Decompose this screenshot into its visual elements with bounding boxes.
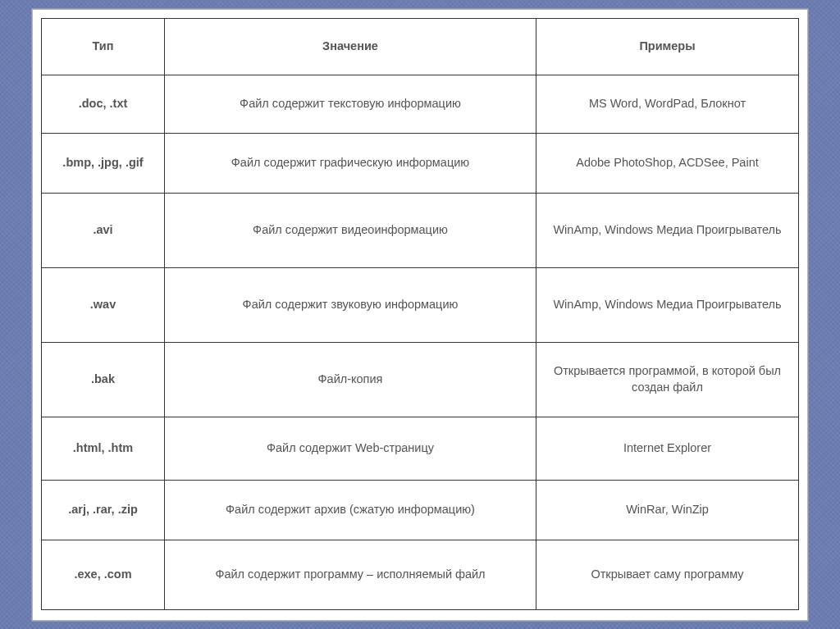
header-type: Тип — [42, 18, 165, 75]
cell-meaning: Файл-копия — [165, 342, 536, 417]
table-header-row: Тип Значение Примеры — [42, 18, 799, 75]
cell-type: .avi — [42, 193, 165, 267]
cell-type: .wav — [42, 267, 165, 342]
cell-meaning: Файл содержит архив (сжатую информацию) — [165, 480, 536, 540]
cell-meaning: Файл содержит текстовую информацию — [165, 75, 536, 133]
cell-meaning: Файл содержит Web-страницу — [165, 417, 536, 480]
table-row: .wav Файл содержит звуковую информацию W… — [42, 267, 799, 342]
cell-type: .arj, .rar, .zip — [42, 480, 165, 540]
table-row: .bmp, .jpg, .gif Файл содержит графическ… — [42, 133, 799, 193]
cell-examples: Открывает саму программу — [536, 540, 799, 609]
cell-type: .doc, .txt — [42, 75, 165, 133]
cell-examples: WinAmp, Windows Медиа Проигрыватель — [536, 267, 799, 342]
cell-examples: Adobe PhotoShop, ACDSee, Paint — [536, 133, 799, 193]
cell-meaning: Файл содержит программу – исполняемый фа… — [165, 540, 536, 609]
cell-meaning: Файл содержит видеоинформацию — [165, 193, 536, 267]
cell-examples: WinAmp, Windows Медиа Проигрыватель — [536, 193, 799, 267]
cell-meaning: Файл содержит звуковую информацию — [165, 267, 536, 342]
table-row: .avi Файл содержит видеоинформацию WinAm… — [42, 193, 799, 267]
cell-examples: MS Word, WordPad, Блокнот — [536, 75, 799, 133]
header-examples: Примеры — [536, 18, 799, 75]
document-card: Тип Значение Примеры .doc, .txt Файл сод… — [33, 10, 807, 620]
header-meaning: Значение — [165, 18, 536, 75]
table-row: .doc, .txt Файл содержит текстовую инфор… — [42, 75, 799, 133]
cell-examples: Internet Explorer — [536, 417, 799, 480]
cell-type: .bak — [42, 342, 165, 417]
cell-type: .bmp, .jpg, .gif — [42, 133, 165, 193]
file-types-table: Тип Значение Примеры .doc, .txt Файл сод… — [41, 18, 799, 610]
cell-examples: Открывается программой, в которой был со… — [536, 342, 799, 417]
table-row: .bak Файл-копия Открывается программой, … — [42, 342, 799, 417]
cell-type: .exe, .com — [42, 540, 165, 609]
table-row: .exe, .com Файл содержит программу – исп… — [42, 540, 799, 609]
table-row: .html, .htm Файл содержит Web-страницу I… — [42, 417, 799, 480]
cell-examples: WinRar, WinZip — [536, 480, 799, 540]
cell-meaning: Файл содержит графическую информацию — [165, 133, 536, 193]
cell-type: .html, .htm — [42, 417, 165, 480]
table-row: .arj, .rar, .zip Файл содержит архив (сж… — [42, 480, 799, 540]
